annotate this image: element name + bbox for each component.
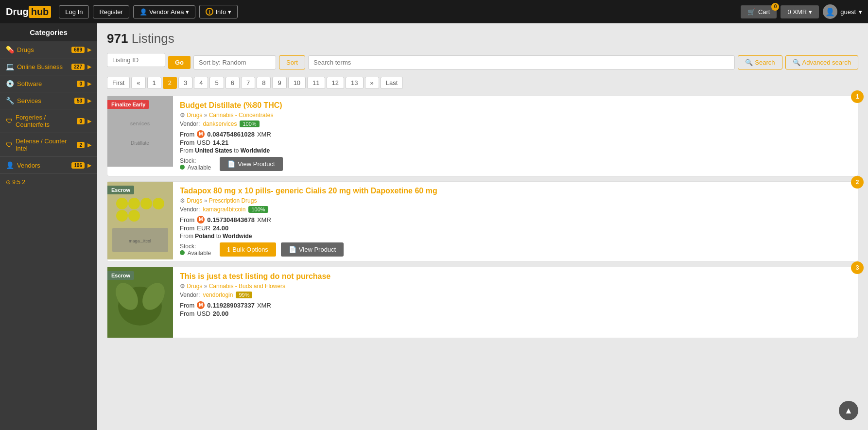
sidebar-item-defense[interactable]: 🛡 Defense / Counter Intel 2 ▶ [0,133,97,157]
listing-card-2: 2 maga...itcol Escrow [107,181,858,262]
content-area: 971 Listings Go Sort 🔍 Search 🔍 Advanced… [97,23,868,430]
ship-to-1: Worldwide [241,147,270,154]
sidebar-item-software[interactable]: 💿 Software 0 ▶ [0,75,97,92]
page-2-button[interactable]: 2 [163,77,177,89]
listing-cat-3[interactable]: Drugs [187,283,202,290]
page-1-button[interactable]: 1 [147,77,161,89]
ship-from-1: United States [195,147,232,154]
fiat-label-1: USD [197,139,210,146]
xmr-balance-button[interactable]: 0 XMR ▾ [781,5,819,18]
sidebar-item-online-business[interactable]: 💻 Online Business 227 ▶ [0,58,97,75]
listing-title-3[interactable]: This is just a test listing do not purch… [180,272,851,281]
page-first-button[interactable]: First [107,77,130,89]
svg-point-9 [128,210,140,222]
user-menu-button[interactable]: 👤 guest ▾ [823,4,862,19]
stock-status-1: Available [188,164,211,171]
username-label: guest [840,8,856,16]
scroll-to-top-button[interactable]: ▲ [839,401,858,420]
svg-text:maga...itcol: maga...itcol [129,239,151,243]
services-arrow: ▶ [87,98,91,104]
cat-icon-3: ⚙ [180,283,185,290]
sidebar-item-vendors[interactable]: 👤 Vendors 106 ▶ [0,157,97,174]
register-button[interactable]: Register [93,5,129,18]
page-prev-button[interactable]: « [131,77,145,89]
listing-title-1[interactable]: Budget Distillate (%80 THC) [180,101,851,110]
online-business-count: 227 [71,64,85,70]
page-11-button[interactable]: 11 [307,77,325,89]
listing-subcat-1[interactable]: Cannabis - Concentrates [209,112,274,119]
person-icon: 👤 [139,8,147,16]
view-label-2: View Product [299,246,336,253]
login-button[interactable]: Log In [59,5,89,18]
stock-dot-2 [180,250,185,255]
xmr-label-3: XMR [257,302,271,309]
listing-subcat-2[interactable]: Prescription Drugs [209,197,257,204]
page-13-button[interactable]: 13 [346,77,363,89]
header: Drughub Log In Register 👤 Vendor Area ▾ … [0,0,868,23]
listing-fiat-price-1: From USD 14.21 [180,139,851,146]
sort-by-input[interactable] [193,55,276,69]
vendor-link-1[interactable]: dankservices [203,120,237,127]
sort-button[interactable]: Sort [279,55,305,69]
vendor-link-2[interactable]: kamagra4bitcoin [203,206,245,213]
page-9-button[interactable]: 9 [272,77,286,89]
listing-cat-2[interactable]: Drugs [187,197,202,204]
vendor-link-3[interactable]: vendorlogin [203,292,233,298]
search-button[interactable]: 🔍 Search [738,55,782,69]
cat-icon-2: ⚙ [180,197,185,204]
vendor-area-button[interactable]: 👤 Vendor Area ▾ [133,5,196,18]
view-product-button-2[interactable]: 📄 View Product [281,242,344,257]
page-5-button[interactable]: 5 [209,77,224,89]
listing-title-2[interactable]: Tadapox 80 mg x 10 pills- generic Cialis… [180,187,851,195]
listing-label: Listings [132,31,174,46]
ship-from-2: Poland [195,233,214,240]
fiat-label-3: USD [197,310,210,317]
sidebar-item-forgeries[interactable]: 🛡 Forgeries / Counterfeits 0 ▶ [0,109,97,133]
go-button[interactable]: Go [168,56,191,69]
sidebar-title: Categories [0,23,97,41]
page-12-button[interactable]: 12 [327,77,344,89]
bulk-label-2: Bulk Options [232,246,268,253]
search-label: Search [755,59,775,66]
listing-image-3: Escrow [107,267,173,338]
sidebar-item-drugs[interactable]: 💊 Drugs 689 ▶ [0,41,97,58]
page-8-button[interactable]: 8 [257,77,271,89]
sidebar-item-services[interactable]: 🔧 Services 53 ▶ [0,92,97,109]
services-count: 53 [74,98,85,104]
listing-count: 971 [107,31,128,46]
vendors-label: Vendors [17,162,69,169]
listing-cats-1: ⚙ Drugs » Cannabis - Concentrates [180,112,851,119]
services-label: Services [17,97,71,104]
search-bar: Go Sort 🔍 Search 🔍 Advanced search [107,53,858,72]
info-button[interactable]: i Info ▾ [199,5,238,18]
page-10-button[interactable]: 10 [288,77,306,89]
info-label: Info [215,8,226,16]
page-4-button[interactable]: 4 [194,77,208,89]
page-last-button[interactable]: Last [381,77,403,89]
listing-subcat-3[interactable]: Cannabis - Buds and Flowers [209,283,285,290]
listing-id-input[interactable] [107,53,165,67]
services-icon: 🔧 [6,97,14,104]
page-6-button[interactable]: 6 [226,77,240,89]
chevron-down-icon-user: ▾ [859,8,862,16]
drugs-arrow: ▶ [87,47,91,53]
page-next-button[interactable]: » [365,77,379,89]
page-7-button[interactable]: 7 [241,77,255,89]
stock-info-2: Stock: Available [180,243,211,257]
search-terms-input[interactable] [308,55,735,69]
chevron-down-icon: ▾ [186,8,189,16]
advanced-search-button[interactable]: 🔍 Advanced search [785,55,858,69]
online-business-label: Online Business [17,63,69,70]
page-3-button[interactable]: 3 [178,77,192,89]
vendors-icon: 👤 [6,161,14,169]
cart-button[interactable]: 🛒 Cart 0 [741,5,777,18]
listing-tag-2: Escrow [107,186,134,194]
svg-point-5 [128,198,140,209]
main-layout: Categories 💊 Drugs 689 ▶ 💻 Online Busine… [0,23,868,430]
vendors-arrow: ▶ [87,162,91,169]
bulk-options-button-2[interactable]: ℹ Bulk Options [220,242,276,257]
listing-cat-1[interactable]: Drugs [187,112,202,119]
sidebar-time: ⊙ 9:5 2 [0,174,97,190]
software-icon: 💿 [6,80,14,87]
view-product-button-1[interactable]: 📄 View Product [220,157,282,171]
